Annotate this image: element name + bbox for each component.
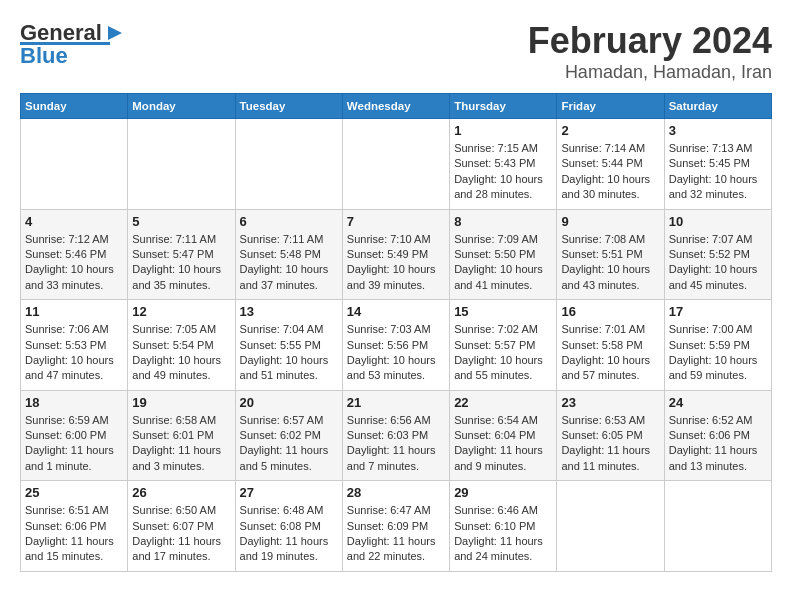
day-number: 23: [561, 395, 659, 410]
calendar-cell: 2Sunrise: 7:14 AM Sunset: 5:44 PM Daylig…: [557, 119, 664, 210]
calendar-cell: 12Sunrise: 7:05 AM Sunset: 5:54 PM Dayli…: [128, 300, 235, 391]
day-info: Sunrise: 6:53 AM Sunset: 6:05 PM Dayligh…: [561, 413, 659, 475]
day-number: 5: [132, 214, 230, 229]
calendar-week-1: 4Sunrise: 7:12 AM Sunset: 5:46 PM Daylig…: [21, 209, 772, 300]
day-info: Sunrise: 7:03 AM Sunset: 5:56 PM Dayligh…: [347, 322, 445, 384]
day-info: Sunrise: 7:08 AM Sunset: 5:51 PM Dayligh…: [561, 232, 659, 294]
day-info: Sunrise: 7:01 AM Sunset: 5:58 PM Dayligh…: [561, 322, 659, 384]
day-number: 12: [132, 304, 230, 319]
day-info: Sunrise: 7:09 AM Sunset: 5:50 PM Dayligh…: [454, 232, 552, 294]
calendar-cell: 3Sunrise: 7:13 AM Sunset: 5:45 PM Daylig…: [664, 119, 771, 210]
page-header: General Blue February 2024 Hamadan, Hama…: [20, 20, 772, 83]
calendar-cell: 10Sunrise: 7:07 AM Sunset: 5:52 PM Dayli…: [664, 209, 771, 300]
calendar-cell: 18Sunrise: 6:59 AM Sunset: 6:00 PM Dayli…: [21, 390, 128, 481]
calendar-cell: 28Sunrise: 6:47 AM Sunset: 6:09 PM Dayli…: [342, 481, 449, 572]
day-info: Sunrise: 7:12 AM Sunset: 5:46 PM Dayligh…: [25, 232, 123, 294]
day-info: Sunrise: 7:05 AM Sunset: 5:54 PM Dayligh…: [132, 322, 230, 384]
title-block: February 2024 Hamadan, Hamadan, Iran: [528, 20, 772, 83]
calendar-week-4: 25Sunrise: 6:51 AM Sunset: 6:06 PM Dayli…: [21, 481, 772, 572]
day-info: Sunrise: 7:10 AM Sunset: 5:49 PM Dayligh…: [347, 232, 445, 294]
calendar-cell: 14Sunrise: 7:03 AM Sunset: 5:56 PM Dayli…: [342, 300, 449, 391]
calendar-week-2: 11Sunrise: 7:06 AM Sunset: 5:53 PM Dayli…: [21, 300, 772, 391]
calendar-cell: 15Sunrise: 7:02 AM Sunset: 5:57 PM Dayli…: [450, 300, 557, 391]
calendar-cell: 26Sunrise: 6:50 AM Sunset: 6:07 PM Dayli…: [128, 481, 235, 572]
calendar-cell: 11Sunrise: 7:06 AM Sunset: 5:53 PM Dayli…: [21, 300, 128, 391]
day-number: 1: [454, 123, 552, 138]
calendar-cell: 8Sunrise: 7:09 AM Sunset: 5:50 PM Daylig…: [450, 209, 557, 300]
calendar-cell: [128, 119, 235, 210]
day-info: Sunrise: 7:00 AM Sunset: 5:59 PM Dayligh…: [669, 322, 767, 384]
day-number: 18: [25, 395, 123, 410]
page-title: February 2024: [528, 20, 772, 62]
calendar-header-row: SundayMondayTuesdayWednesdayThursdayFrid…: [21, 94, 772, 119]
day-info: Sunrise: 6:57 AM Sunset: 6:02 PM Dayligh…: [240, 413, 338, 475]
day-number: 8: [454, 214, 552, 229]
day-header-friday: Friday: [557, 94, 664, 119]
day-number: 19: [132, 395, 230, 410]
day-info: Sunrise: 7:11 AM Sunset: 5:48 PM Dayligh…: [240, 232, 338, 294]
day-info: Sunrise: 7:13 AM Sunset: 5:45 PM Dayligh…: [669, 141, 767, 203]
day-info: Sunrise: 7:15 AM Sunset: 5:43 PM Dayligh…: [454, 141, 552, 203]
svg-marker-0: [108, 26, 122, 40]
calendar-week-0: 1Sunrise: 7:15 AM Sunset: 5:43 PM Daylig…: [21, 119, 772, 210]
day-info: Sunrise: 6:59 AM Sunset: 6:00 PM Dayligh…: [25, 413, 123, 475]
day-number: 20: [240, 395, 338, 410]
calendar-cell: [235, 119, 342, 210]
day-number: 4: [25, 214, 123, 229]
day-number: 26: [132, 485, 230, 500]
day-number: 21: [347, 395, 445, 410]
calendar-cell: [664, 481, 771, 572]
calendar-cell: 19Sunrise: 6:58 AM Sunset: 6:01 PM Dayli…: [128, 390, 235, 481]
day-header-tuesday: Tuesday: [235, 94, 342, 119]
day-number: 17: [669, 304, 767, 319]
day-info: Sunrise: 7:07 AM Sunset: 5:52 PM Dayligh…: [669, 232, 767, 294]
day-number: 15: [454, 304, 552, 319]
calendar-cell: 24Sunrise: 6:52 AM Sunset: 6:06 PM Dayli…: [664, 390, 771, 481]
day-info: Sunrise: 7:02 AM Sunset: 5:57 PM Dayligh…: [454, 322, 552, 384]
day-header-monday: Monday: [128, 94, 235, 119]
day-header-saturday: Saturday: [664, 94, 771, 119]
day-info: Sunrise: 7:04 AM Sunset: 5:55 PM Dayligh…: [240, 322, 338, 384]
logo-blue: Blue: [20, 43, 68, 69]
calendar-cell: 29Sunrise: 6:46 AM Sunset: 6:10 PM Dayli…: [450, 481, 557, 572]
calendar-cell: 1Sunrise: 7:15 AM Sunset: 5:43 PM Daylig…: [450, 119, 557, 210]
day-info: Sunrise: 6:52 AM Sunset: 6:06 PM Dayligh…: [669, 413, 767, 475]
calendar-cell: 6Sunrise: 7:11 AM Sunset: 5:48 PM Daylig…: [235, 209, 342, 300]
day-info: Sunrise: 7:11 AM Sunset: 5:47 PM Dayligh…: [132, 232, 230, 294]
day-number: 29: [454, 485, 552, 500]
calendar-cell: 7Sunrise: 7:10 AM Sunset: 5:49 PM Daylig…: [342, 209, 449, 300]
calendar-cell: 23Sunrise: 6:53 AM Sunset: 6:05 PM Dayli…: [557, 390, 664, 481]
day-number: 7: [347, 214, 445, 229]
calendar-cell: 16Sunrise: 7:01 AM Sunset: 5:58 PM Dayli…: [557, 300, 664, 391]
day-info: Sunrise: 6:58 AM Sunset: 6:01 PM Dayligh…: [132, 413, 230, 475]
day-number: 22: [454, 395, 552, 410]
day-number: 3: [669, 123, 767, 138]
calendar-cell: 22Sunrise: 6:54 AM Sunset: 6:04 PM Dayli…: [450, 390, 557, 481]
day-number: 27: [240, 485, 338, 500]
day-header-sunday: Sunday: [21, 94, 128, 119]
day-number: 6: [240, 214, 338, 229]
calendar-cell: [557, 481, 664, 572]
logo-icon: [104, 22, 126, 44]
day-info: Sunrise: 6:54 AM Sunset: 6:04 PM Dayligh…: [454, 413, 552, 475]
day-number: 25: [25, 485, 123, 500]
day-number: 14: [347, 304, 445, 319]
calendar-cell: 25Sunrise: 6:51 AM Sunset: 6:06 PM Dayli…: [21, 481, 128, 572]
calendar-cell: 27Sunrise: 6:48 AM Sunset: 6:08 PM Dayli…: [235, 481, 342, 572]
day-number: 16: [561, 304, 659, 319]
day-info: Sunrise: 6:46 AM Sunset: 6:10 PM Dayligh…: [454, 503, 552, 565]
calendar-cell: [342, 119, 449, 210]
day-number: 10: [669, 214, 767, 229]
calendar-cell: 5Sunrise: 7:11 AM Sunset: 5:47 PM Daylig…: [128, 209, 235, 300]
day-info: Sunrise: 7:06 AM Sunset: 5:53 PM Dayligh…: [25, 322, 123, 384]
logo: General Blue: [20, 20, 126, 69]
day-number: 24: [669, 395, 767, 410]
day-number: 11: [25, 304, 123, 319]
day-info: Sunrise: 6:56 AM Sunset: 6:03 PM Dayligh…: [347, 413, 445, 475]
day-header-wednesday: Wednesday: [342, 94, 449, 119]
calendar-week-3: 18Sunrise: 6:59 AM Sunset: 6:00 PM Dayli…: [21, 390, 772, 481]
page-subtitle: Hamadan, Hamadan, Iran: [528, 62, 772, 83]
day-info: Sunrise: 7:14 AM Sunset: 5:44 PM Dayligh…: [561, 141, 659, 203]
calendar-cell: 21Sunrise: 6:56 AM Sunset: 6:03 PM Dayli…: [342, 390, 449, 481]
day-number: 9: [561, 214, 659, 229]
